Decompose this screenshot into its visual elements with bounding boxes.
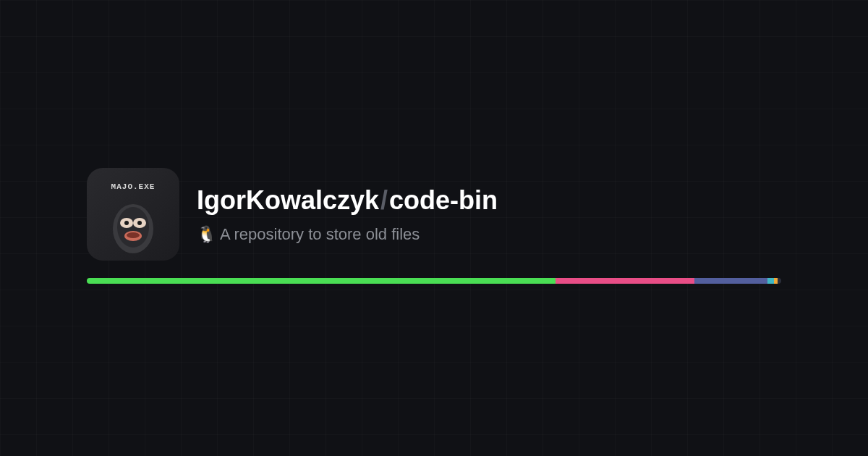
langbar-segment-language-4 bbox=[767, 278, 775, 284]
language-bar bbox=[87, 278, 781, 284]
repo-name: code-bin bbox=[389, 185, 498, 216]
repo-slash: / bbox=[380, 185, 388, 216]
langbar-segment-language-3 bbox=[694, 278, 767, 284]
langbar-segment-language-2 bbox=[556, 278, 694, 284]
repo-owner: IgorKowalczyk bbox=[197, 185, 379, 216]
svg-point-5 bbox=[137, 221, 142, 225]
repo-header: MAJO.EXE IgorKowalczyk / code-bin 🐧 A re… bbox=[87, 168, 498, 261]
langbar-segment-language-1 bbox=[87, 278, 556, 284]
svg-point-1 bbox=[117, 207, 149, 248]
repo-info: IgorKowalczyk / code-bin 🐧 A repository … bbox=[197, 185, 498, 243]
langbar-segment-language-6 bbox=[778, 278, 781, 284]
avatar-label: MAJO.EXE bbox=[111, 182, 156, 191]
avatar-image bbox=[107, 198, 159, 255]
svg-point-4 bbox=[124, 221, 129, 225]
repo-description: 🐧 A repository to store old files bbox=[197, 225, 498, 244]
avatar: MAJO.EXE bbox=[87, 168, 179, 261]
svg-point-7 bbox=[127, 232, 140, 238]
repo-title: IgorKowalczyk / code-bin bbox=[197, 185, 498, 216]
